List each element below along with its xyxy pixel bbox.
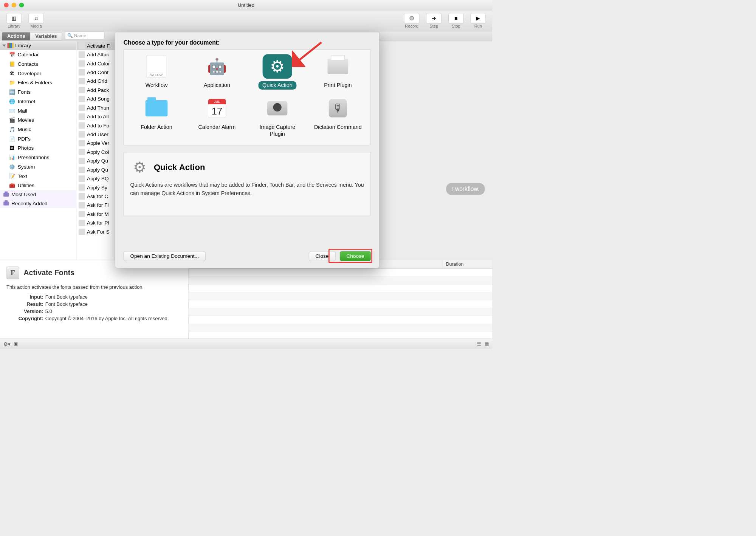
printer-icon [328,59,349,74]
action-item[interactable]: Add Thun [76,103,115,112]
drop-hint: r workflow. [446,183,485,195]
type-folder-action[interactable]: Folder Action [128,96,185,138]
action-icon [79,51,85,58]
outline-toggle[interactable]: ▣ [14,341,18,347]
type-description-box: ⚙ Quick Action Quick Actions are workflo… [124,152,371,216]
action-item[interactable]: Ask for Fi [76,201,115,209]
library-item[interactable]: 🛠Developer [0,69,76,78]
category-icon: 🔤 [9,89,15,95]
action-item[interactable]: Ask for M [76,210,115,218]
action-item[interactable]: Apply Col [76,148,115,156]
library-item[interactable]: 🎬Movies [0,115,76,125]
action-item[interactable]: Ask for C [76,192,115,201]
action-item[interactable]: Ask for Pl [76,218,115,227]
library-item[interactable]: 🔤Fonts [0,87,76,97]
library-item[interactable]: 📅Calendar [0,50,76,59]
category-icon: ✉️ [9,107,15,114]
category-icon: 🛠 [9,70,15,77]
action-item[interactable]: Activate F [76,41,115,50]
action-icon [79,96,85,102]
library-item[interactable]: 📝Text [0,172,76,181]
stop-button[interactable]: ■ Stop [446,13,466,29]
action-icon [79,122,85,129]
library-item[interactable]: ⚙️System [0,162,76,172]
category-icon: 📅 [9,51,15,58]
category-icon: 📄 [9,136,15,142]
view-mode-list[interactable]: ☰ [477,341,481,347]
detail-title: Activate Fonts [23,269,74,277]
log-row [189,292,492,300]
type-grid: Workflow 🤖 Application ⚙ Quick Action Pr… [124,50,371,145]
choose-button[interactable]: Choose [340,251,371,261]
gear-icon: ⚙ [270,57,285,76]
open-existing-button[interactable]: Open an Existing Document... [124,251,206,261]
status-bar: ⚙︎▾ ▣ ☰ ▤ [0,339,492,349]
action-item[interactable]: Apply SQ [76,174,115,183]
recently-added-group[interactable]: Recently Added [0,199,76,208]
type-calendar-alarm[interactable]: JUL17 Calendar Alarm [189,96,245,138]
type-workflow[interactable]: Workflow [128,54,185,90]
folder-icon [146,100,168,116]
library-item[interactable]: 🖼Photos [0,144,76,153]
most-used-group[interactable]: Most Used [0,190,76,199]
library-icon [8,43,14,48]
run-button[interactable]: ▶ Run [468,13,488,29]
library-item[interactable]: 🧰Utilities [0,181,76,190]
library-item[interactable]: 🎵Music [0,125,76,134]
type-image-capture-plugin[interactable]: Image Capture Plugin [249,96,306,138]
library-toggle[interactable]: ▥ Library [4,13,24,29]
step-button[interactable]: ➔ Step [424,13,444,29]
action-item[interactable]: Add User [76,130,115,139]
action-item[interactable]: Ask For S [76,228,115,236]
media-button[interactable]: ♫ Media [26,13,46,29]
search-placeholder: Name [74,33,86,38]
action-item[interactable]: Apply Sy [76,183,115,192]
gear-menu[interactable]: ⚙︎▾ [3,341,10,347]
tab-actions[interactable]: Actions [2,32,30,40]
category-icon: 📊 [9,154,15,161]
action-item[interactable]: Add Conf [76,68,115,77]
action-item[interactable]: Add Color [76,59,115,68]
library-item[interactable]: 🌐Internet [0,97,76,106]
library-item[interactable]: 📊Presentations [0,153,76,162]
type-quick-action[interactable]: ⚙ Quick Action [249,54,306,90]
zoom-window[interactable] [19,3,24,7]
workflow-file-icon [147,55,166,78]
detail-description: This action activates the fonts passed f… [6,284,182,290]
action-item[interactable]: Add Attac [76,50,115,59]
tab-variables[interactable]: Variables [30,32,62,40]
window-title: Untitled [238,2,254,8]
library-item[interactable]: 📒Contacts [0,59,76,69]
type-application[interactable]: 🤖 Application [189,54,245,90]
view-mode-grid[interactable]: ▤ [485,341,489,347]
action-icon [79,78,85,84]
library-root[interactable]: Library [0,41,76,50]
log-header-duration[interactable]: Duration [443,260,492,268]
library-item[interactable]: 📁Files & Folders [0,78,76,87]
close-window[interactable] [4,3,8,7]
action-item[interactable]: Apple Ver [76,139,115,147]
action-item[interactable]: Apply Qu [76,156,115,165]
minimize-window[interactable] [12,3,16,7]
action-icon [79,202,85,208]
selected-type-desc: Quick Actions are workflows that may be … [130,181,364,197]
action-item[interactable]: Add Pack [76,86,115,94]
action-icon [79,87,85,93]
action-item[interactable]: Add Song [76,94,115,103]
close-button[interactable]: Close [309,251,335,261]
action-item[interactable]: Add to Fo [76,121,115,130]
action-item[interactable]: Add to All [76,112,115,121]
action-icon [79,131,85,138]
library-item[interactable]: ✉️Mail [0,106,76,116]
type-print-plugin[interactable]: Print Plugin [310,54,366,90]
smart-folder-icon [3,193,9,197]
action-item[interactable]: Add Grid [76,77,115,85]
library-item[interactable]: 📄PDFs [0,134,76,144]
type-dictation-command[interactable]: 🎙 Dictation Command [310,96,366,138]
search-field[interactable]: 🔍 Name [65,31,104,39]
category-icon: 🎬 [9,117,15,123]
action-item[interactable]: Apply Qu [76,165,115,174]
log-row [189,300,492,308]
record-button[interactable]: Record [401,13,421,29]
category-icon: 🌐 [9,98,15,105]
